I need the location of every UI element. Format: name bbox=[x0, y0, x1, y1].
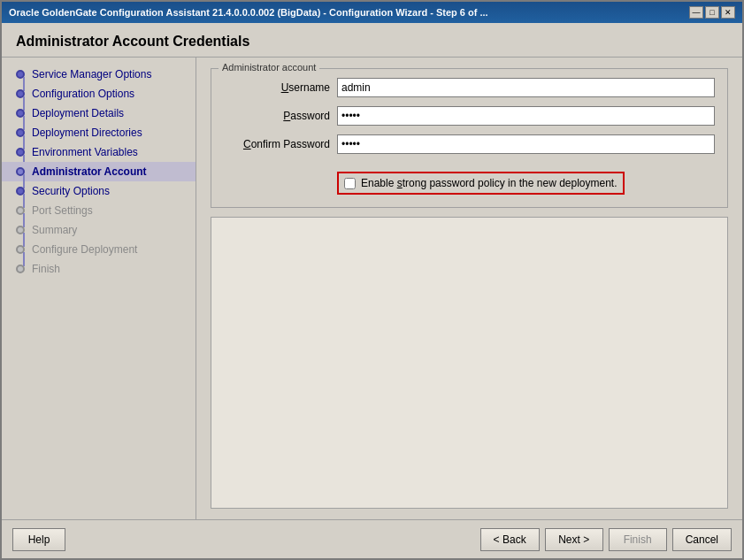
sidebar-label-deployment-details: Deployment Details bbox=[32, 107, 124, 119]
sidebar-item-administrator-account[interactable]: Administrator Account bbox=[2, 162, 196, 181]
sidebar-item-deployment-directories[interactable]: Deployment Directories bbox=[2, 123, 196, 142]
sidebar-label-finish: Finish bbox=[32, 263, 60, 275]
confirm-underline-char: C bbox=[243, 138, 251, 150]
minimize-button[interactable]: — bbox=[689, 6, 703, 19]
sidebar-label-port-settings: Port Settings bbox=[32, 204, 93, 217]
title-bar: Oracle GoldenGate Configuration Assistan… bbox=[2, 2, 742, 23]
next-button[interactable]: Next > bbox=[545, 528, 603, 551]
footer: Help < Back Next > Finish Cancel bbox=[2, 519, 742, 558]
checkbox-container: Enable strong password policy in the new… bbox=[337, 165, 715, 195]
sidebar-label-administrator-account: Administrator Account bbox=[32, 165, 147, 178]
group-legend: Administrator account bbox=[219, 62, 319, 73]
close-button[interactable]: ✕ bbox=[721, 6, 735, 19]
back-button[interactable]: < Back bbox=[480, 528, 540, 551]
password-input[interactable] bbox=[337, 106, 715, 126]
checkbox-text: Enable strong password policy in the new… bbox=[361, 177, 617, 189]
sidebar-item-security-options[interactable]: Security Options bbox=[2, 181, 196, 201]
sidebar-label-service-manager: Service Manager Options bbox=[32, 68, 151, 81]
main-window: Oracle GoldenGate Configuration Assistan… bbox=[0, 0, 744, 560]
password-label-rest: assword bbox=[290, 110, 330, 122]
confirm-password-label: Confirm Password bbox=[224, 138, 330, 150]
finish-button: Finish bbox=[609, 528, 667, 551]
footer-right: < Back Next > Finish Cancel bbox=[480, 528, 732, 551]
confirm-password-input[interactable] bbox=[337, 134, 715, 154]
password-label: Password bbox=[224, 110, 330, 122]
sidebar-item-service-manager-options[interactable]: Service Manager Options bbox=[2, 65, 196, 84]
window-controls: — □ ✕ bbox=[689, 6, 735, 19]
cancel-button[interactable]: Cancel bbox=[672, 528, 732, 551]
help-button[interactable]: Help bbox=[12, 528, 65, 551]
username-label-rest: sername bbox=[288, 81, 330, 94]
sidebar-item-summary: Summary bbox=[2, 220, 196, 240]
username-label: Username bbox=[224, 81, 330, 94]
sidebar-label-summary: Summary bbox=[32, 224, 77, 236]
sidebar-item-configuration-options[interactable]: Configuration Options bbox=[2, 84, 196, 104]
password-row: Password bbox=[224, 106, 715, 126]
checkbox-underline-char: s bbox=[397, 177, 403, 189]
sidebar-label-configuration: Configuration Options bbox=[32, 88, 134, 100]
admin-account-group: Administrator account Username Password bbox=[211, 68, 728, 208]
nav-dot-finish bbox=[16, 265, 25, 273]
sidebar-item-finish: Finish bbox=[2, 259, 196, 279]
sidebar-label-environment-variables: Environment Variables bbox=[32, 146, 138, 158]
confirm-label-rest: onfirm Password bbox=[251, 138, 330, 150]
content-panel: Administrator account Username Password bbox=[196, 58, 742, 519]
sidebar-item-deployment-details[interactable]: Deployment Details bbox=[2, 104, 196, 123]
sidebar-item-environment-variables[interactable]: Environment Variables bbox=[2, 142, 196, 162]
sidebar-item-configure-deployment: Configure Deployment bbox=[2, 240, 196, 259]
strong-password-checkbox[interactable] bbox=[344, 178, 356, 189]
confirm-password-row: Confirm Password bbox=[224, 134, 715, 154]
window-title: Oracle GoldenGate Configuration Assistan… bbox=[9, 7, 488, 18]
sidebar-label-security-options: Security Options bbox=[32, 185, 110, 197]
sidebar-label-deployment-directories: Deployment Directories bbox=[32, 127, 142, 139]
username-row: Username bbox=[224, 78, 715, 97]
sidebar: Service Manager Options Configuration Op… bbox=[2, 58, 196, 519]
bottom-info-area bbox=[211, 217, 728, 509]
username-input[interactable] bbox=[337, 78, 715, 97]
strong-password-checkbox-label[interactable]: Enable strong password policy in the new… bbox=[337, 172, 625, 195]
page-title: Administrator Account Credentials bbox=[16, 34, 728, 50]
restore-button[interactable]: □ bbox=[705, 6, 719, 19]
page-heading-area: Administrator Account Credentials bbox=[2, 23, 742, 58]
username-underline-char: U bbox=[281, 81, 289, 94]
main-content: Service Manager Options Configuration Op… bbox=[2, 58, 742, 519]
footer-left: Help bbox=[12, 528, 65, 551]
sidebar-item-port-settings: Port Settings bbox=[2, 201, 196, 220]
sidebar-label-configure-deployment: Configure Deployment bbox=[32, 243, 137, 256]
